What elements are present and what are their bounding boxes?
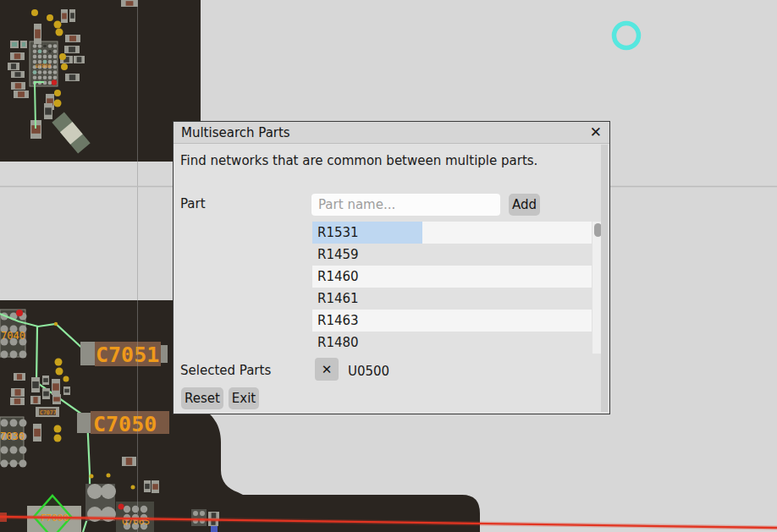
remove-icon: ✕ bbox=[322, 362, 333, 377]
list-item-selected[interactable]: R1531 bbox=[312, 222, 592, 244]
list-item[interactable]: R1459 bbox=[312, 244, 592, 266]
pin1-marker bbox=[52, 80, 57, 85]
label-c7040: 7040 bbox=[1, 330, 25, 342]
dialog-description: Find networks that are common between mu… bbox=[180, 153, 537, 168]
selected-part-value: U0500 bbox=[348, 364, 389, 379]
list-item[interactable]: R1460 bbox=[312, 266, 592, 288]
board-region-bottom-band bbox=[201, 409, 480, 532]
add-button[interactable]: Add bbox=[509, 194, 540, 216]
list-item[interactable]: R1461 bbox=[312, 288, 592, 310]
exit-button[interactable]: Exit bbox=[229, 387, 259, 409]
list-item[interactable]: R1463 bbox=[312, 310, 592, 332]
remove-part-button[interactable]: ✕ bbox=[315, 358, 339, 381]
label-c7030: 7030 bbox=[0, 431, 25, 442]
multisearch-parts-dialog: Multisearch Parts ✕ Find networks that a… bbox=[173, 121, 610, 414]
label-c7051: C7051 bbox=[96, 343, 159, 367]
dialog-title: Multisearch Parts bbox=[181, 125, 290, 140]
reset-button[interactable]: Reset bbox=[181, 387, 223, 409]
label-c7077: C7077 bbox=[40, 409, 57, 416]
dialog-scrollbar[interactable] bbox=[601, 145, 608, 412]
app-window: U7800 bbox=[0, 0, 777, 532]
selected-parts-label: Selected Parts bbox=[180, 363, 271, 378]
part-name-input[interactable] bbox=[311, 194, 500, 216]
part-label: Part bbox=[180, 196, 206, 211]
list-item[interactable]: R1480 bbox=[312, 332, 592, 354]
via-highlight-ring bbox=[614, 24, 639, 48]
close-icon[interactable]: ✕ bbox=[590, 125, 602, 140]
dialog-titlebar[interactable]: Multisearch Parts ✕ bbox=[174, 122, 609, 144]
label-u7800: U7800 bbox=[36, 63, 51, 69]
part-results-list: R1531 R1459 R1460 R1461 R1463 R1480 bbox=[312, 222, 606, 354]
label-c7050: C7050 bbox=[93, 412, 157, 436]
